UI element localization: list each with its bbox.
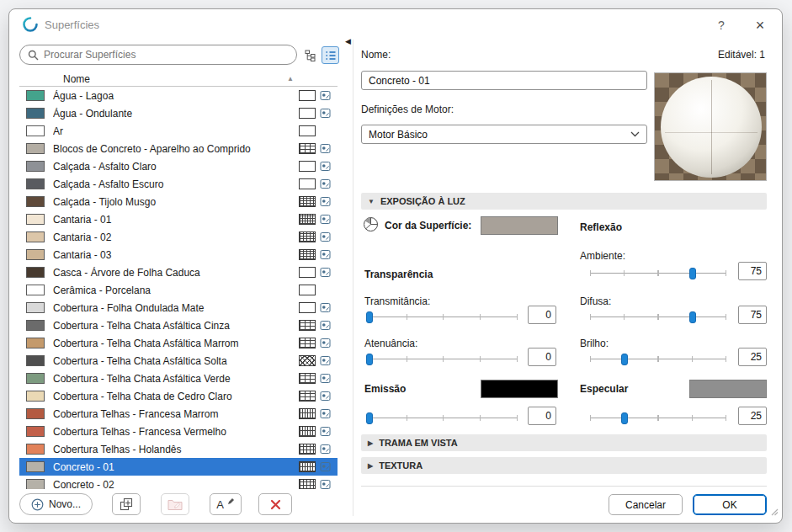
name-input[interactable] xyxy=(361,71,647,90)
slider-thumb[interactable] xyxy=(366,354,373,365)
delete-surface-button[interactable] xyxy=(258,493,292,515)
surface-row[interactable]: Cobertura - Telha Chata Asfáltica Verde xyxy=(19,370,338,387)
surface-row[interactable]: Cantaria - 03 xyxy=(19,246,338,263)
collapse-panel-arrow[interactable]: ◀ xyxy=(345,37,351,45)
specular-value[interactable]: 25 xyxy=(738,407,767,425)
specular-slider[interactable] xyxy=(590,412,726,425)
surface-color-swatch[interactable] xyxy=(481,216,558,235)
surface-row[interactable]: Cobertura - Telha Chata Asfáltica Solta xyxy=(19,352,338,370)
search-box[interactable] xyxy=(19,45,297,65)
diffuse-slider[interactable] xyxy=(590,311,726,324)
surface-row[interactable]: Cerâmica - Porcelana xyxy=(19,281,338,299)
emission-slider[interactable] xyxy=(369,412,518,425)
surface-row[interactable]: Calçada - Asfalto Claro xyxy=(19,157,338,175)
shininess-slider[interactable] xyxy=(590,353,726,366)
section-collapsed-icon: ▶ xyxy=(368,439,373,447)
resize-grip[interactable] xyxy=(770,504,779,519)
surface-row[interactable]: Cantaria - 02 xyxy=(19,228,338,246)
slider-thumb[interactable] xyxy=(366,412,373,424)
ambient-slider[interactable] xyxy=(590,267,726,280)
close-button[interactable]: × xyxy=(752,17,768,34)
section-light-exposure[interactable]: ▼ EXPOSIÇÃO À LUZ xyxy=(361,193,767,210)
help-button[interactable]: ? xyxy=(713,17,730,34)
fill-pattern-preview xyxy=(299,214,316,225)
surface-row[interactable]: Água - Lagoa xyxy=(19,87,338,104)
engine-icon xyxy=(320,373,331,384)
attenuation-value[interactable]: 0 xyxy=(528,348,556,366)
surface-color-swatch xyxy=(26,426,45,437)
surface-name: Cobertura - Telha Chata Asfáltica Marrom xyxy=(53,338,299,349)
surface-row[interactable]: Cobertura Telhas - Holandês xyxy=(19,440,338,458)
surface-row[interactable]: Cobertura - Telha Chata de Cedro Claro xyxy=(19,387,338,405)
diffuse-value[interactable]: 75 xyxy=(738,306,767,324)
surface-list[interactable]: Água - LagoaÁgua - OndulanteArBlocos de … xyxy=(19,87,338,489)
slider-thumb[interactable] xyxy=(689,268,696,279)
surface-row[interactable]: Cantaria - 01 xyxy=(19,210,338,228)
surface-row[interactable]: Calçada - Tijolo Musgo xyxy=(19,193,338,210)
surface-name: Blocos de Concreto - Aparelho ao Comprid… xyxy=(53,143,299,155)
engine-icon xyxy=(320,178,331,189)
fill-pattern-preview xyxy=(299,320,316,331)
surface-color-swatch xyxy=(26,214,45,225)
surface-color-swatch xyxy=(26,355,45,366)
emission-color-swatch[interactable] xyxy=(481,380,558,398)
transmittance-slider[interactable] xyxy=(369,311,518,324)
rename-surface-button[interactable]: A xyxy=(210,493,242,515)
transmittance-value[interactable]: 0 xyxy=(528,306,556,324)
slider-thumb[interactable] xyxy=(621,412,628,424)
reflection-title: Reflexão xyxy=(580,221,622,233)
surface-row[interactable]: Casca - Árvore de Folha Caduca xyxy=(19,263,338,281)
fill-pattern-preview xyxy=(299,444,316,455)
transparency-title: Transparência xyxy=(364,269,433,280)
engine-icon xyxy=(320,444,331,455)
surface-row[interactable]: Calçada - Asfalto Escuro xyxy=(19,175,338,193)
list-header-nome[interactable]: Nome ▲ xyxy=(19,72,338,87)
surface-row[interactable]: Cobertura - Telha Chata Asfáltica Marrom xyxy=(19,334,338,352)
surface-color-swatch xyxy=(26,249,45,260)
new-surface-button[interactable]: Novo... xyxy=(19,493,93,515)
duplicate-surface-button[interactable] xyxy=(112,493,141,515)
attenuation-slider[interactable] xyxy=(369,353,518,366)
surface-row[interactable]: Concreto - 01 xyxy=(19,458,338,476)
surface-color-swatch xyxy=(26,108,45,119)
section-vectorial-hatching[interactable]: ▶ TRAMA EM VISTA xyxy=(361,434,767,451)
surface-color-swatch xyxy=(26,391,45,402)
emission-value[interactable]: 0 xyxy=(528,407,556,425)
panel-divider xyxy=(353,40,353,516)
slider-thumb[interactable] xyxy=(366,311,373,323)
list-view-button[interactable] xyxy=(322,46,339,64)
slider-thumb[interactable] xyxy=(621,354,628,365)
library-folder-button[interactable] xyxy=(161,493,189,515)
surface-row[interactable]: Blocos de Concreto - Aparelho ao Comprid… xyxy=(19,140,338,157)
surface-row[interactable]: Cobertura - Folha Ondulada Mate xyxy=(19,299,338,317)
ambient-value[interactable]: 75 xyxy=(738,262,767,280)
engine-dropdown[interactable]: Motor Básico xyxy=(361,125,647,144)
slider-thumb[interactable] xyxy=(689,311,696,323)
surface-name: Cobertura Telhas - Holandês xyxy=(53,444,299,455)
surface-name: Calçada - Tijolo Musgo xyxy=(53,196,299,208)
surface-row[interactable]: Cobertura Telhas - Francesa Marrom xyxy=(19,405,338,423)
ok-button[interactable]: OK xyxy=(693,494,767,515)
surface-name: Concreto - 01 xyxy=(53,461,299,473)
surface-color-swatch xyxy=(26,479,45,489)
surface-row[interactable]: Ar xyxy=(19,122,338,140)
fill-pattern-preview xyxy=(299,125,316,136)
surface-row[interactable]: Água - Ondulante xyxy=(19,104,338,122)
cancel-button[interactable]: Cancelar xyxy=(609,494,683,515)
fill-pattern-preview xyxy=(299,90,316,101)
surface-row[interactable]: Cobertura - Telha Chata Asfáltica Cinza xyxy=(19,317,338,334)
specular-color-swatch[interactable] xyxy=(689,380,767,398)
shininess-value[interactable]: 25 xyxy=(738,348,767,366)
pencil-icon xyxy=(227,497,235,505)
surface-row[interactable]: Concreto - 02 xyxy=(19,476,338,489)
transmittance-label: Transmitância: xyxy=(364,295,430,307)
surface-row[interactable]: Cobertura Telhas - Francesa Vermelho xyxy=(19,423,338,440)
surface-color-swatch xyxy=(26,90,45,101)
search-input[interactable] xyxy=(44,49,289,61)
color-wheel-icon xyxy=(363,216,379,236)
fill-pattern-preview xyxy=(299,479,316,489)
tree-view-button[interactable] xyxy=(301,46,319,64)
engine-label: Definições de Motor: xyxy=(361,104,454,115)
duplicate-icon xyxy=(120,497,133,511)
section-texture[interactable]: ▶ TEXTURA xyxy=(361,457,767,474)
